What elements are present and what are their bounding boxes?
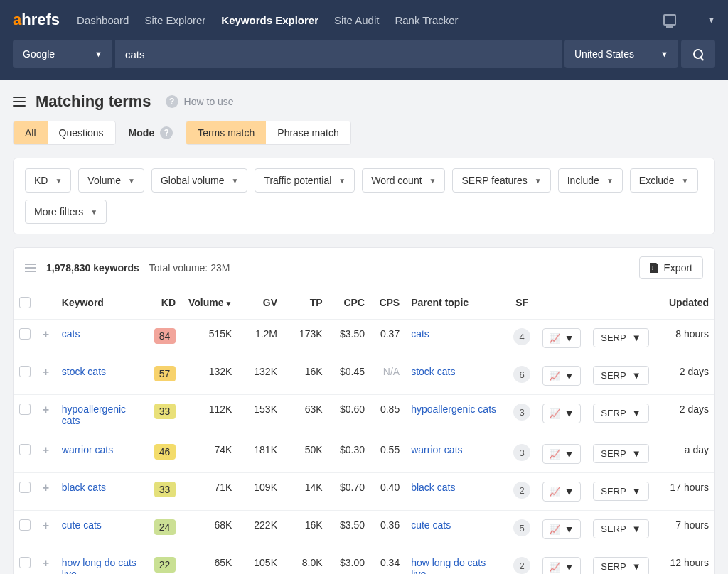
sf-pill[interactable]: 5	[513, 519, 530, 536]
sf-pill[interactable]: 2	[513, 482, 530, 499]
sf-pill[interactable]: 6	[513, 366, 530, 383]
sf-pill[interactable]: 4	[513, 328, 530, 345]
serp-button[interactable]: SERP▼	[593, 557, 648, 574]
chart-button[interactable]: 📈▼	[542, 328, 581, 348]
col-sf[interactable]: SF	[508, 288, 537, 320]
keyword-link[interactable]: warrior cats	[62, 444, 113, 455]
row-checkbox[interactable]	[19, 404, 31, 415]
tab-terms-match[interactable]: Terms match	[186, 121, 266, 144]
nav-site-explorer[interactable]: Site Explorer	[144, 14, 205, 26]
filters-card: KD▼Volume▼Global volume▼Traffic potentia…	[13, 158, 715, 234]
user-menu-chevron-icon[interactable]: ▼	[707, 16, 715, 24]
parent-topic-link[interactable]: how long do cats live	[411, 557, 486, 574]
country-select[interactable]: United States ▼	[564, 40, 678, 68]
monitor-icon[interactable]	[663, 14, 676, 26]
logo[interactable]: ahrefs	[13, 11, 60, 29]
parent-topic-link[interactable]: warrior cats	[411, 444, 462, 455]
filter-kd[interactable]: KD▼	[25, 168, 71, 193]
table-row: +hypoallergenic cats33112K153K63K$0.600.…	[14, 395, 714, 435]
row-checkbox[interactable]	[19, 444, 31, 455]
search-button[interactable]	[681, 40, 715, 68]
tab-phrase-match[interactable]: Phrase match	[266, 121, 350, 144]
keyword-link[interactable]: how long do cats live	[62, 557, 136, 574]
tp-cell: 14K	[283, 473, 328, 511]
filter-exclude[interactable]: Exclude▼	[630, 168, 698, 193]
tab-questions[interactable]: Questions	[48, 121, 115, 144]
serp-button[interactable]: SERP▼	[593, 328, 648, 347]
engine-select[interactable]: Google ▼	[13, 40, 112, 68]
keyword-link[interactable]: cats	[62, 328, 80, 340]
col-cps[interactable]: CPS	[370, 288, 405, 320]
filter-word-count[interactable]: Word count▼	[362, 168, 445, 193]
col-gv[interactable]: GV	[237, 288, 283, 320]
nav-keywords-explorer[interactable]: Keywords Explorer	[221, 14, 318, 26]
filter-include[interactable]: Include▼	[558, 168, 623, 193]
col-parent[interactable]: Parent topic	[405, 288, 508, 320]
help-icon[interactable]: ?	[160, 126, 173, 139]
expand-icon[interactable]: +	[43, 482, 49, 494]
filter-serp-features[interactable]: SERP features▼	[452, 168, 550, 193]
serp-button[interactable]: SERP▼	[593, 444, 648, 463]
col-updated[interactable]: Updated	[656, 288, 714, 320]
updated-cell: 2 days	[656, 357, 714, 395]
expand-icon[interactable]: +	[43, 404, 49, 416]
select-all-checkbox[interactable]	[19, 297, 31, 308]
keyword-link[interactable]: cute cats	[62, 519, 102, 531]
parent-topic-link[interactable]: hypoallergenic cats	[411, 404, 496, 415]
nav-dashboard[interactable]: Dashboard	[77, 14, 129, 26]
row-checkbox[interactable]	[19, 366, 31, 377]
col-tp[interactable]: TP	[283, 288, 328, 320]
parent-topic-link[interactable]: cats	[411, 328, 429, 340]
parent-topic-link[interactable]: black cats	[411, 482, 455, 493]
chevron-down-icon: ▼	[682, 177, 689, 185]
serp-button[interactable]: SERP▼	[593, 404, 648, 423]
nav-rank-tracker[interactable]: Rank Tracker	[395, 14, 458, 26]
sidebar-toggle-icon[interactable]	[13, 97, 26, 107]
chart-button[interactable]: 📈▼	[542, 444, 581, 464]
serp-button[interactable]: SERP▼	[593, 482, 648, 501]
sf-pill[interactable]: 3	[513, 404, 530, 421]
expand-icon[interactable]: +	[43, 519, 49, 531]
filter-traffic-potential[interactable]: Traffic potential▼	[255, 168, 355, 193]
tab-all[interactable]: All	[14, 121, 48, 144]
keyword-input[interactable]	[115, 40, 562, 68]
density-icon[interactable]	[25, 264, 36, 272]
keyword-link[interactable]: black cats	[62, 482, 106, 493]
parent-topic-link[interactable]: stock cats	[411, 366, 455, 377]
row-checkbox[interactable]	[19, 328, 31, 340]
keyword-link[interactable]: stock cats	[62, 366, 106, 377]
chart-button[interactable]: 📈▼	[542, 404, 581, 423]
chart-button[interactable]: 📈▼	[542, 519, 581, 539]
chart-button[interactable]: 📈▼	[542, 366, 581, 386]
sf-pill[interactable]: 3	[513, 444, 530, 461]
col-keyword[interactable]: Keyword	[56, 288, 148, 320]
chevron-down-icon: ▼	[632, 408, 641, 418]
expand-icon[interactable]: +	[43, 557, 49, 569]
chart-button[interactable]: 📈▼	[542, 557, 581, 574]
volume-cell: 515K	[181, 320, 237, 357]
how-to-use-link[interactable]: ? How to use	[166, 95, 234, 108]
col-kd[interactable]: KD	[148, 288, 181, 320]
nav-site-audit[interactable]: Site Audit	[334, 14, 379, 26]
serp-button[interactable]: SERP▼	[593, 366, 648, 385]
expand-icon[interactable]: +	[43, 366, 49, 378]
row-checkbox[interactable]	[19, 482, 31, 493]
export-button[interactable]: Export	[639, 256, 703, 279]
col-volume[interactable]: Volume▼	[181, 288, 237, 320]
parent-topic-link[interactable]: cute cats	[411, 519, 451, 531]
filter-more-filters[interactable]: More filters▼	[25, 200, 107, 224]
filter-global-volume[interactable]: Global volume▼	[151, 168, 247, 193]
expand-icon[interactable]: +	[43, 444, 49, 456]
table-header-row: Keyword KD Volume▼ GV TP CPC CPS Parent …	[14, 288, 714, 320]
col-cpc[interactable]: CPC	[328, 288, 370, 320]
filter-volume[interactable]: Volume▼	[78, 168, 144, 193]
chevron-down-icon: ▼	[564, 524, 574, 535]
keyword-link[interactable]: hypoallergenic cats	[62, 404, 126, 426]
sf-pill[interactable]: 2	[513, 557, 530, 574]
chevron-down-icon: ▼	[90, 208, 97, 216]
row-checkbox[interactable]	[19, 519, 31, 531]
chart-button[interactable]: 📈▼	[542, 482, 581, 502]
expand-icon[interactable]: +	[43, 328, 49, 340]
row-checkbox[interactable]	[19, 557, 31, 568]
serp-button[interactable]: SERP▼	[593, 519, 648, 538]
